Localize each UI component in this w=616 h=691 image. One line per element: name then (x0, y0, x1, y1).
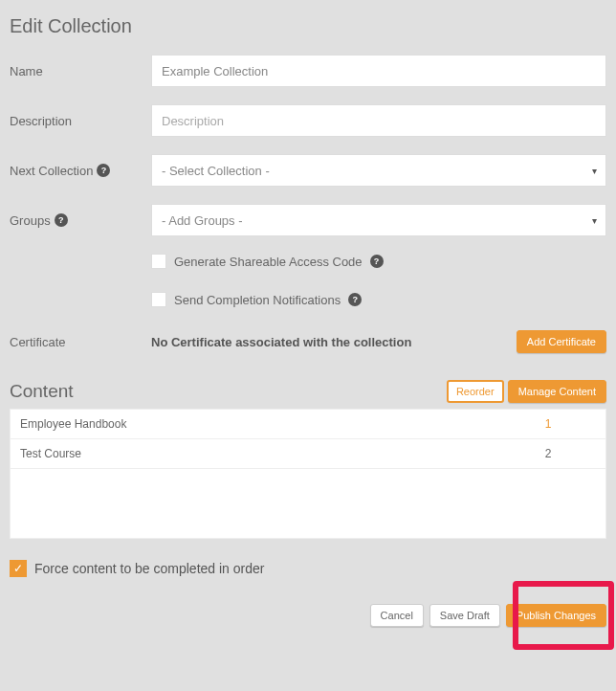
force-order-label: Force content to be completed in order (34, 561, 264, 576)
help-icon[interactable]: ? (348, 293, 362, 306)
certificate-status-text: No Certificate associated with the colle… (151, 335, 517, 349)
table-row: Employee Handbook 1 (11, 410, 605, 439)
description-input[interactable] (151, 104, 606, 137)
send-notifications-checkbox[interactable] (151, 292, 166, 307)
publish-changes-button[interactable]: Publish Changes (506, 604, 606, 627)
content-item-name: Employee Handbook (20, 417, 500, 431)
help-icon[interactable]: ? (97, 164, 110, 177)
groups-select[interactable]: - Add Groups - (151, 204, 606, 236)
content-item-count[interactable]: 1 (500, 417, 596, 431)
table-row: Test Course 2 (11, 439, 605, 469)
generate-code-checkbox[interactable] (151, 254, 166, 269)
send-notifications-label: Send Completion Notifications (174, 293, 341, 307)
groups-label: Groups (10, 213, 51, 228)
next-collection-label: Next Collection (10, 164, 93, 178)
next-collection-select[interactable]: - Select Collection - (151, 154, 606, 187)
save-draft-button[interactable]: Save Draft (429, 604, 500, 627)
add-certificate-button[interactable]: Add Certificate (517, 330, 606, 353)
name-label: Name (10, 64, 143, 78)
content-item-name: Test Course (20, 447, 500, 460)
description-label: Description (10, 114, 143, 128)
manage-content-button[interactable]: Manage Content (508, 380, 606, 403)
content-table: Employee Handbook 1 Test Course 2 (10, 409, 606, 539)
page-title: Edit Collection (10, 15, 606, 37)
force-order-checkbox[interactable]: ✓ (10, 560, 27, 577)
name-input[interactable] (151, 55, 606, 87)
reorder-button[interactable]: Reorder (447, 380, 504, 403)
content-item-count: 2 (500, 447, 596, 460)
help-icon[interactable]: ? (370, 255, 384, 268)
generate-code-label: Generate Shareable Access Code (174, 255, 363, 269)
certificate-label: Certificate (10, 335, 151, 349)
content-section-title: Content (10, 381, 447, 402)
help-icon[interactable]: ? (55, 213, 68, 227)
cancel-button[interactable]: Cancel (370, 604, 424, 627)
